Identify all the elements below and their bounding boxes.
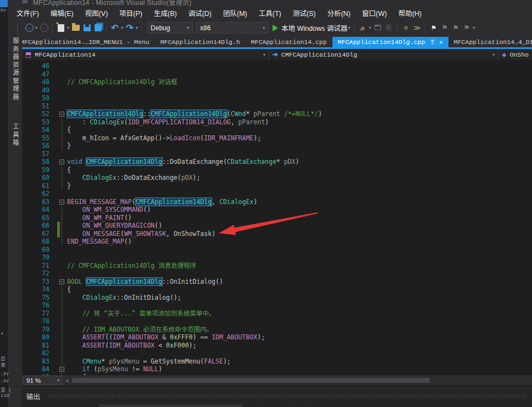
output-source-dropdown[interactable]: 调试	[99, 405, 242, 407]
menu-item-文件[interactable]: 文件(F)	[16, 8, 39, 18]
code-line-78[interactable]: 78	[22, 317, 532, 326]
output-panel-grip[interactable]	[48, 394, 528, 398]
navigate-back-button[interactable]: ←	[24, 23, 35, 34]
code-line-72[interactable]: 72	[22, 270, 532, 278]
menu-item-分析[interactable]: 分析(N)	[327, 8, 350, 18]
code-line-76[interactable]: 76	[22, 301, 532, 310]
code-line-46[interactable]: 46	[22, 62, 532, 70]
code-line-69[interactable]: 69	[22, 246, 532, 254]
code-line-83[interactable]: 83 CMenu* pSysMenu = GetSystemMenu(FALSE…	[22, 358, 532, 366]
code-line-61[interactable]: 61}	[22, 182, 532, 190]
collapse-region-icon[interactable]: −	[59, 160, 64, 164]
menu-item-测试[interactable]: 测试(S)	[293, 8, 316, 18]
zoom-level-dropdown[interactable]: 91 %▾	[23, 376, 63, 385]
find-dropdown[interactable]: ▾	[369, 25, 371, 30]
next-bookmark-icon[interactable]: ⚑	[450, 23, 461, 34]
toolbar-grip[interactable]	[16, 23, 19, 33]
find-in-files-icon[interactable]: ⌕	[357, 23, 368, 34]
code-line-58[interactable]: 58−void CMFCApplication14Dlg::DoDataExch…	[22, 158, 532, 166]
member-dropdown[interactable]: ◈ OnSho	[498, 49, 532, 60]
start-debug-button[interactable]: 本地 Windows 调试器	[281, 23, 347, 33]
code-line-68[interactable]: 68END_MESSAGE_MAP()	[22, 238, 532, 246]
solution-platform-dropdown[interactable]: x86▾	[196, 22, 269, 34]
document-tab[interactable]: MFCApplication14Dlg.h	[155, 37, 246, 47]
code-line-67[interactable]: 67 ON_MESSAGE(WM_SHOWTASK, OnShowTask)	[22, 230, 532, 238]
code-line-60[interactable]: 60 CDialogEx::DoDataExchange(pDX);	[22, 174, 532, 182]
menu-item-团队[interactable]: 团队(M)	[223, 8, 247, 18]
start-debug-icon[interactable]	[273, 25, 278, 31]
horizontal-scrollbar[interactable]	[71, 377, 530, 383]
save-icon[interactable]	[81, 23, 92, 34]
menu-item-窗口[interactable]: 窗口(W)	[362, 8, 387, 18]
open-file-icon[interactable]	[70, 23, 81, 34]
clear-bookmarks-icon[interactable]: ⚑	[461, 23, 472, 34]
code-line-56[interactable]: 56}	[22, 142, 532, 150]
new-file-icon[interactable]	[56, 23, 66, 34]
undo-icon[interactable]: ↶	[109, 23, 120, 34]
code-line-70[interactable]: 70	[22, 254, 532, 262]
code-line-81[interactable]: 81 ASSERT(IDM_ABOUTBOX < 0xF000);	[22, 342, 532, 350]
code-line-47[interactable]: 47	[22, 70, 532, 79]
code-line-50[interactable]: 50	[22, 94, 532, 102]
menu-item-调试[interactable]: 调试(D)	[189, 8, 212, 18]
code-line-51[interactable]: 51	[22, 102, 532, 111]
code-line-55[interactable]: 55 m_hIcon = AfxGetApp()->LoadIcon(IDR_M…	[22, 134, 532, 142]
tool-window-tab-服务器资源管理器[interactable]: 服务器资源管理器	[11, 37, 20, 119]
code-line-66[interactable]: 66 ON_WM_QUERYDRAGICON()	[22, 222, 532, 230]
redo-icon[interactable]: ↷	[124, 23, 135, 34]
code-line-77[interactable]: 77 // 将 “关于...” 菜单项添加到系统菜单中。	[22, 310, 532, 318]
menu-item-项目[interactable]: 项目(P)	[119, 8, 142, 18]
code-line-79[interactable]: 79 // IDM_ABOUTBOX 必须在系统命令范围内。	[22, 326, 532, 334]
save-all-icon[interactable]	[92, 23, 103, 34]
code-line-75[interactable]: 75 CDialogEx::OnInitDialog();	[22, 294, 532, 302]
code-line-73[interactable]: 73−BOOL CMFCApplication14Dlg::OnInitDial…	[22, 278, 532, 286]
undo-dropdown[interactable]: ▾	[121, 25, 123, 30]
prev-bookmark-icon[interactable]: ⚑	[439, 23, 450, 34]
collapse-region-icon[interactable]: −	[59, 279, 64, 284]
decrease-indent-icon[interactable]: ≡	[400, 23, 411, 34]
code-line-48[interactable]: 48// CMFCApplication14Dlg 对话框	[22, 78, 532, 86]
new-file-dropdown[interactable]: ▾	[67, 25, 69, 30]
attach-process-icon[interactable]: 🗔	[372, 23, 383, 34]
solution-configuration-dropdown[interactable]: Debug▾	[147, 22, 193, 34]
navigate-forward-button[interactable]: →	[38, 23, 49, 34]
scroll-left-icon[interactable]: ◀	[65, 378, 69, 383]
code-line-53[interactable]: 53 : CDialogEx(IDD_MFCAPPLICATION14_DIAL…	[22, 118, 532, 127]
document-tab[interactable]: MFCApplication14…4_DIALO	[448, 37, 532, 47]
toolbar-overflow-dropdown[interactable]: ▾	[473, 25, 475, 30]
code-editor[interactable]: 464748// CMFCApplication14Dlg 对话框4950515…	[22, 61, 532, 375]
scrollbar-thumb[interactable]	[72, 378, 430, 383]
copy-code-icon[interactable]: ⎘	[383, 23, 394, 34]
collapse-region-icon[interactable]: −	[59, 200, 64, 205]
code-line-57[interactable]: 57	[22, 150, 532, 158]
tool-window-tab-工具箱[interactable]: 工具箱	[11, 123, 20, 158]
code-line-63[interactable]: 63−BEGIN_MESSAGE_MAP(CMFCApplication14Dl…	[22, 198, 532, 206]
code-line-74[interactable]: 74{	[22, 285, 532, 294]
code-line-80[interactable]: 80 ASSERT((IDM_ABOUTBOX & 0xFFF0) == IDM…	[22, 333, 532, 342]
code-line-54[interactable]: 54{	[22, 126, 532, 134]
code-line-52[interactable]: 52−CMFCApplication14Dlg::CMFCApplication…	[22, 110, 532, 118]
pin-tab-icon[interactable]: ⊨	[429, 40, 436, 45]
redo-dropdown[interactable]: ▾	[136, 25, 138, 30]
toggle-bookmark-icon[interactable]: ⚑	[428, 23, 439, 34]
navigate-back-dropdown[interactable]: ▾	[35, 25, 37, 30]
code-line-59[interactable]: 59{	[22, 166, 532, 174]
menu-item-工具[interactable]: 工具(T)	[259, 8, 281, 18]
menu-item-生成[interactable]: 生成(B)	[154, 8, 177, 18]
code-line-49[interactable]: 49	[22, 86, 532, 95]
code-line-65[interactable]: 65 ON_WM_PAINT()	[22, 214, 532, 222]
project-dropdown[interactable]: ⬒ MFCApplication14 ▾	[22, 49, 269, 60]
menu-item-编辑[interactable]: 编辑(E)	[51, 8, 74, 18]
collapse-region-icon[interactable]: −	[59, 112, 64, 117]
document-tab[interactable]: MFCApplication14.cpp	[246, 37, 332, 47]
start-debug-dropdown[interactable]: ▾	[348, 25, 350, 30]
menu-item-帮助[interactable]: 帮助(H)	[398, 8, 422, 18]
code-line-64[interactable]: 64 ON_WM_SYSCOMMAND()	[22, 206, 532, 214]
type-dropdown[interactable]: ➔ CMFCApplication14Dlg ▾	[269, 49, 498, 60]
close-tab-icon[interactable]: ✕	[439, 38, 443, 46]
menu-item-视图[interactable]: 视图(V)	[85, 8, 108, 18]
document-tab[interactable]: MFCApplication14.…IDR_MENU1 - Menu	[15, 37, 155, 47]
code-line-82[interactable]: 82	[22, 349, 532, 358]
increase-indent-icon[interactable]: ≫	[411, 23, 422, 34]
code-line-84[interactable]: 84− if (pSysMenu != NULL)	[22, 365, 532, 373]
